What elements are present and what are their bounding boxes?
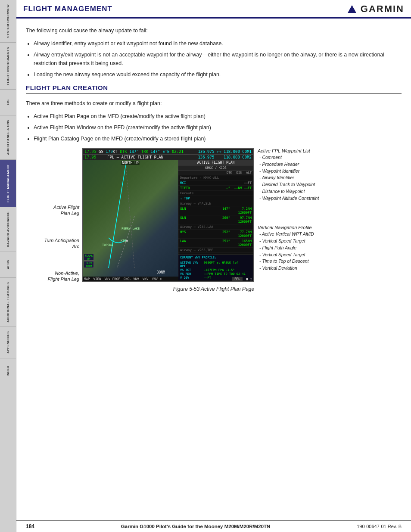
right-item-desired-track: - Desired Track to Waypoint [258, 181, 330, 188]
fpl-airway-v244: Airway – V244,LAA [180, 225, 252, 229]
sidebar-item-index[interactable]: INDEX [0, 358, 16, 384]
section-paragraph: There are three methods to create or mod… [26, 99, 402, 108]
fpl-hys-dtk: 252° [215, 230, 230, 238]
method-item-3: Flight Plan Catalog Page on the MFD (cre… [34, 134, 402, 143]
fpl-col-dis: DIS [237, 171, 242, 174]
footer-revision: 190-00647-01 Rev. B [357, 524, 402, 529]
left-annot-active-leg: Active FlightPlan Leg [53, 204, 79, 217]
bullet-item-2: Airway entry/exit waypoint is not an acc… [34, 50, 402, 68]
main-content: FLIGHT MANAGEMENT GARMIN The following c… [16, 0, 411, 532]
vnv-vdev-val: ——FT [204, 276, 252, 280]
footer-page-number: 184 [26, 523, 34, 529]
fpl-row-sln1: SLN 147° 7.2NM 12000FT [178, 206, 253, 215]
mfd-tab-map[interactable]: MAP [84, 277, 90, 281]
left-annotations: Active FlightPlan Leg Turn AnticipationA… [26, 148, 82, 283]
fpl-col-headers: DTK DIS ALT [178, 171, 253, 175]
page-title: FLIGHT MANAGEMENT [23, 5, 112, 13]
fpl-wpt-hys: HYS [180, 230, 215, 238]
fpl-laa-dist: 165NM 12000FT [230, 239, 252, 247]
map-north-up-label: NORTH UP [121, 161, 140, 165]
mfd-tab-vnv[interactable]: VNV [143, 277, 149, 281]
right-item-procedure-header: - Procedure Header [258, 161, 330, 168]
right-item-airway-identifier: - Airway Identifier [258, 174, 330, 181]
fpl-row-hys: HYS 252° 77.7NM 12000FT [178, 230, 253, 239]
vnv-vstgt-val: -487FPM FPA -1.5° [204, 268, 252, 272]
right-item-comment: - Comment [258, 154, 330, 161]
fpl-row-tift0: TIFT0 —° ——NM ——FT [178, 186, 253, 191]
figure-inner: Active FlightPlan Leg Turn AnticipationA… [26, 148, 402, 283]
sidebar-item-additional-features[interactable]: ADDITIONAL FEATURES [0, 278, 16, 327]
mfd-bar-freq1: 17.95 [84, 149, 96, 154]
fpl-sln1-dist: 7.2NM 12000FT [230, 207, 252, 215]
sidebar-item-audio-panel[interactable]: AUDIO PANEL & CNS [0, 115, 16, 160]
vnv-vstgt-label: VS TGT [180, 268, 204, 272]
left-annot-non-active-leg: Non-Active,Flight Plan Leg [48, 270, 79, 283]
fpl-sln2-dtk: 260° [215, 216, 230, 224]
right-group-vnv-profile: Vertical Navigation Profile - Active Ver… [258, 225, 330, 272]
mfd-bar-fpl-label: FPL – ACTIVE FLIGHT PLAN [107, 155, 163, 159]
figure-container: Active FlightPlan Leg Turn AnticipationA… [26, 148, 402, 292]
vnv-active-wpt-val: 9000FT at HABUK lef [204, 261, 252, 268]
vnv-active-wpt-label: ACTIVE VNV WPT [180, 261, 204, 268]
fpl-airway-v4a: Airway – V4A,SLN [180, 202, 252, 205]
map-distance-label: 30NM [157, 271, 165, 274]
map-terrain [83, 160, 178, 277]
garmin-logo-text: GARMIN [361, 3, 404, 15]
vnv-vsreq-label: VS REQ [180, 272, 204, 276]
vnv-vdev-label: V DEV [180, 276, 204, 280]
mfd-main: NORTH UP [83, 160, 253, 277]
map-label-kt86: KT8● [121, 239, 128, 243]
right-annotations: Active FPL Waypoint List - Comment - Pro… [254, 148, 330, 278]
mfd-tab-vnv-prof[interactable]: VNV PROF [105, 277, 120, 281]
sidebar-label-eis: EIS [6, 100, 10, 105]
mfd-tab-view[interactable]: VIEW [93, 277, 101, 281]
sidebar-label-index: INDEX [6, 366, 10, 376]
sidebar-item-flight-management[interactable]: FLIGHT MANAGEMENT [0, 160, 16, 207]
fpl-row-airway-v244: Airway – V244,LAA [178, 224, 253, 230]
sidebar-item-system-overview[interactable]: SYSTEM OVERVIEW [0, 0, 16, 43]
fpl-wpt-laa: LAA [180, 239, 215, 247]
mfd-tab-cncl-vnv[interactable]: CNCL VNV [124, 277, 139, 281]
sidebar-item-afcs[interactable]: AFCS [0, 252, 16, 278]
vnv-panel: CURRENT VNV PROFILE: ACTIVE VNV WPT 9000… [178, 255, 253, 280]
sidebar-item-eis[interactable]: EIS [0, 90, 16, 115]
garmin-logo: GARMIN [348, 3, 404, 15]
sidebar-label-additional-features: ADDITIONAL FEATURES [6, 282, 10, 323]
page-footer: 184 Garmin G1000 Pilot's Guide for the M… [16, 520, 411, 532]
fpl-row-mci: MCI ——FT [178, 180, 253, 186]
vnv-header: CURRENT VNV PROFILE: [180, 256, 252, 260]
fpl-tift0-dist: ——NM ——FT [230, 186, 252, 190]
fpl-tift0-dtk: —° [215, 186, 230, 190]
fpl-enroute-label: Enroute [180, 191, 252, 195]
fpl-origin: KMKC / KCOS [178, 165, 253, 171]
fpl-laa-dtk: 251° [215, 239, 230, 247]
mfd-top-bar-2: 17.95 FPL – ACTIVE FLIGHT PLAN 136.975 1… [83, 155, 253, 160]
sidebar-item-hazard-avoidance[interactable]: HAZARD AVOIDANCE [0, 207, 16, 252]
sidebar-item-appendices[interactable]: APPENDICES [0, 327, 16, 358]
fpl-airway-v263: Airway – V263,TBE [180, 248, 252, 252]
fpl-row-sln2: SLN 260° 97.7NM 12000FT [178, 215, 253, 224]
mfd-indicator: ■ □ [246, 277, 252, 281]
content-area: The following could cause the airway upd… [16, 19, 411, 520]
fpl-row-airway-v263: Airway – V263,TBE [178, 248, 253, 253]
fpl-top-label: ↑ TOP [180, 196, 252, 200]
sidebar-label-flight-management: FLIGHT MANAGEMENT [6, 164, 10, 202]
right-item-vertical-speed-target-2: - Vertical Speed Target [258, 252, 330, 258]
intro-paragraph: The following could cause the airway upd… [26, 26, 402, 35]
mfd-bar-trk: TRK 147° [141, 149, 160, 154]
vnv-row-vstgt: VS TGT -487FPM FPA -1.5° [180, 268, 252, 272]
footer-title: Garmin G1000 Pilot's Guide for the Moone… [121, 524, 271, 529]
vnv-row-vsreq: VS REQ ——FPM TIME TO TOD 02:41 [180, 272, 252, 276]
mfd-map: NORTH UP [83, 160, 178, 277]
sidebar-item-flight-instruments[interactable]: FLIGHT INSTRUMENTS [0, 43, 16, 90]
mfd-bar-com1: 136.975 ++ 118.000 COM1 [198, 149, 252, 154]
mfd-fpl-button[interactable]: FPL [232, 277, 243, 281]
mfd-tab-vnv-plus[interactable]: VNV ⊕ [152, 277, 162, 281]
bullet-item-1: Airway identifier, entry waypoint or exi… [34, 39, 402, 48]
mfd-bar-com2: 136.975 118.000 COM2 [198, 155, 252, 159]
airway-failure-reasons: Airway identifier, entry waypoint or exi… [34, 39, 402, 79]
right-item-distance-to-waypoint: - Distance to Waypoint [258, 188, 330, 195]
fpl-row-airway-v4a: Airway – V4A,SLN [178, 201, 253, 206]
fpl-row-laa: LAA 251° 165NM 12000FT [178, 239, 253, 248]
vnv-vsreq-val: ——FPM TIME TO TOD 02:41 [204, 272, 252, 276]
